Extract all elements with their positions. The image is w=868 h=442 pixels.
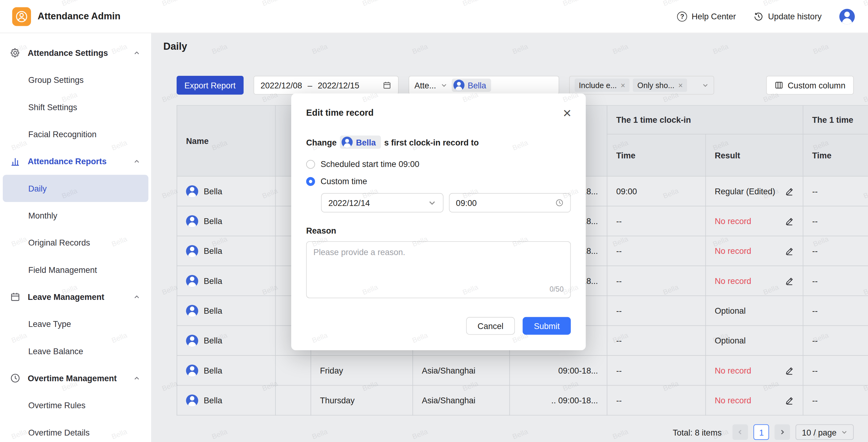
custom-column-button[interactable]: Custom column (766, 76, 854, 95)
help-center-link[interactable]: ? Help Center (677, 11, 736, 21)
table-footer: Total: 8 items 1 10 / page (177, 424, 854, 440)
result-text: No record (715, 216, 751, 226)
sidebar-item-original-records[interactable]: Original Records (3, 229, 148, 256)
filter-tag[interactable]: Only sho... × (633, 78, 687, 92)
history-clock-icon (754, 11, 764, 21)
sidebar-section-attendance-reports[interactable]: Attendance Reports (0, 148, 151, 175)
avatar (186, 394, 198, 406)
date-range-picker[interactable]: 2022/12/08 – 2022/12/15 (253, 76, 398, 95)
app-window: Attendance Admin ? Help Center Update hi… (0, 0, 868, 442)
column-header-name: Name (177, 105, 276, 176)
attendance-group-filter[interactable]: Atte... Bella (408, 76, 559, 95)
column-header-result-1: Result (706, 134, 803, 176)
edit-icon[interactable] (785, 186, 794, 196)
cell-blank (276, 385, 311, 415)
page-size-select[interactable]: 10 / page (796, 424, 854, 440)
date-select[interactable]: 2022/12/14 (321, 193, 443, 212)
sidebar-item-daily[interactable]: Daily (3, 175, 148, 202)
radio-unselected-icon (306, 160, 315, 169)
radio-scheduled-start-time[interactable]: Scheduled start time 09:00 (306, 159, 571, 169)
sidebar-item-facial-recognition[interactable]: Facial Recognition (3, 121, 148, 148)
column-header-time-2: Time (803, 134, 868, 176)
sidebar-item-leave-type[interactable]: Leave Type (3, 310, 148, 337)
close-icon[interactable]: × (563, 106, 571, 120)
reason-placeholder: Please provide a reason. (313, 247, 564, 257)
employee-tag[interactable]: Bella (452, 78, 491, 92)
sidebar-section-attendance-settings[interactable]: Attendance Settings (0, 39, 151, 66)
edit-icon[interactable] (785, 366, 794, 375)
employee-name: Bella (204, 336, 222, 345)
calendar-icon (10, 292, 20, 302)
sidebar-item-leave-balance[interactable]: Leave Balance (3, 338, 148, 365)
submit-button[interactable]: Submit (523, 317, 571, 335)
export-report-button[interactable]: Export Report (177, 76, 243, 95)
cell-day: Thursday (311, 385, 413, 415)
brand: Attendance Admin (12, 7, 120, 26)
app-title: Attendance Admin (38, 11, 121, 22)
sidebar-item-overtime-details[interactable]: Overtime Details (3, 419, 148, 442)
date-separator: – (308, 80, 312, 90)
cell-blank (276, 355, 311, 385)
cell-clockin-result: Optional (706, 326, 803, 355)
edit-icon[interactable] (785, 246, 794, 256)
close-icon[interactable]: × (621, 81, 625, 89)
sidebar-nav: Attendance SettingsGroup SettingsShift S… (0, 39, 151, 442)
cancel-button[interactable]: Cancel (466, 317, 515, 335)
cell-clockout-time: -- (803, 206, 868, 236)
cell-clockin-time: -- (607, 326, 706, 355)
bar-chart-icon (10, 156, 20, 166)
employee-name: Bella (204, 216, 222, 226)
cell-clockin-result: No record (706, 266, 803, 296)
cell-clockout-time: -- (803, 296, 868, 326)
cell-clockin-result: No record (706, 385, 803, 415)
top-bar: Attendance Admin ? Help Center Update hi… (0, 0, 868, 33)
chevron-up-icon (133, 294, 140, 300)
cell-name: Bella (177, 355, 276, 385)
update-history-link[interactable]: Update history (754, 11, 822, 21)
toolbar: Export Report 2022/12/08 – 2022/12/15 At… (177, 76, 854, 95)
cell-name: Bella (177, 236, 276, 266)
cell-name: Bella (177, 296, 276, 326)
cell-clockin-time: -- (607, 236, 706, 266)
cell-name: Bella (177, 326, 276, 355)
chevron-up-icon (133, 158, 140, 165)
filter-tag[interactable]: Include e... × (575, 78, 630, 92)
user-avatar[interactable] (839, 9, 855, 24)
cell-clockin-result: No record (706, 206, 803, 236)
cell-name: Bella (177, 266, 276, 296)
sidebar-section-leave-management[interactable]: Leave Management (0, 283, 151, 310)
next-page-button[interactable] (775, 424, 790, 440)
reason-textarea[interactable]: Please provide a reason. 0/50 (306, 241, 571, 298)
prev-page-button[interactable] (733, 424, 748, 440)
cell-timezone: Asia/Shanghai (413, 355, 509, 385)
result-text: No record (715, 276, 751, 285)
time-input[interactable]: 09:00 (449, 193, 571, 212)
result-text: Optional (715, 336, 746, 345)
sidebar-item-group-settings[interactable]: Group Settings (3, 66, 148, 93)
modal-actions: Cancel Submit (466, 317, 571, 335)
total-count: Total: 8 items (673, 427, 721, 437)
sidebar-section-label: Attendance Reports (28, 157, 106, 166)
sidebar-item-monthly[interactable]: Monthly (3, 202, 148, 229)
close-icon[interactable]: × (678, 81, 683, 89)
sidebar-section-overtime-management[interactable]: Overtime Management (0, 365, 151, 392)
cell-clockout-time: -- (803, 176, 868, 206)
chevron-up-icon (133, 375, 140, 381)
display-options-filter[interactable]: Include e... × Only sho... × (569, 76, 714, 95)
result-text: Regular (Edited) (715, 186, 775, 196)
edit-icon[interactable] (785, 217, 794, 226)
sidebar-item-field-management[interactable]: Field Management (3, 256, 148, 283)
gear-icon (10, 47, 20, 58)
cell-clockin-time: -- (607, 266, 706, 296)
cell-name: Bella (177, 176, 276, 206)
cell-clockout-time: -- (803, 236, 868, 266)
radio-custom-time[interactable]: Custom time (306, 176, 571, 186)
edit-icon[interactable] (785, 396, 794, 405)
avatar (186, 335, 198, 347)
cell-clockout-time: -- (803, 385, 868, 415)
sidebar-item-shift-settings[interactable]: Shift Settings (3, 94, 148, 121)
sidebar-item-overtime-rules[interactable]: Overtime Rules (3, 392, 148, 419)
date-start: 2022/12/08 (260, 80, 302, 90)
current-page-button[interactable]: 1 (754, 424, 769, 440)
edit-icon[interactable] (785, 276, 794, 285)
